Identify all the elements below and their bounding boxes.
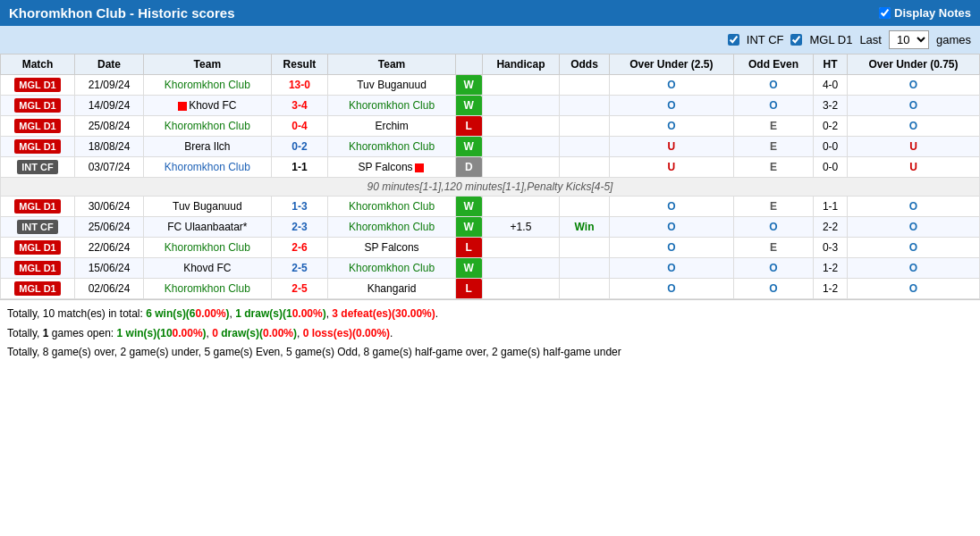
team2[interactable]: Khangarid: [328, 279, 456, 299]
ou-0-75: O: [847, 217, 979, 238]
table-row: INT CF03/07/24Khoromkhon Club1-1SP Falco…: [1, 157, 980, 178]
games-select[interactable]: 10 5 15 20: [889, 30, 929, 49]
team2[interactable]: Khoromkhon Club: [328, 137, 456, 157]
match-result[interactable]: 13-0: [271, 75, 328, 96]
footer-stats: Totally, 10 match(es) in total: 6 win(s)…: [0, 299, 980, 367]
odd-even: O: [733, 96, 813, 116]
ou-0-75: U: [847, 137, 979, 157]
ou-2-5: U: [609, 157, 733, 178]
match-date: 21/09/24: [75, 75, 144, 96]
match-date: 03/07/24: [75, 157, 144, 178]
table-row: MGL D115/06/24Khovd FC2-5Khoromkhon Club…: [1, 258, 980, 279]
team1[interactable]: Khoromkhon Club: [144, 238, 272, 258]
odd-even: O: [733, 279, 813, 299]
match-date: 14/09/24: [75, 96, 144, 116]
col-match: Match: [1, 54, 75, 75]
odd-even: E: [733, 116, 813, 137]
table-row: INT CF25/06/24FC Ulaanbaatar*2-3Khoromkh…: [1, 217, 980, 238]
match-date: 30/06/24: [75, 197, 144, 217]
match-badge: MGL D1: [1, 137, 75, 157]
match-badge: MGL D1: [1, 75, 75, 96]
handicap: [482, 258, 560, 279]
ht-score: 1-2: [814, 279, 848, 299]
match-result[interactable]: 2-6: [271, 238, 328, 258]
team1[interactable]: Khoromkhon Club: [144, 75, 272, 96]
display-notes-checkbox[interactable]: [879, 7, 891, 19]
team2[interactable]: Khoromkhon Club: [328, 197, 456, 217]
match-date: 15/06/24: [75, 258, 144, 279]
wdl-badge: L: [455, 279, 482, 299]
team2[interactable]: Khoromkhon Club: [328, 96, 456, 116]
col-team1: Team: [144, 54, 272, 75]
match-result[interactable]: 0-4: [271, 116, 328, 137]
col-odds: Odds: [560, 54, 610, 75]
mgld1-checkbox[interactable]: [790, 34, 802, 46]
match-badge: MGL D1: [1, 197, 75, 217]
ou-0-75: O: [847, 279, 979, 299]
team1[interactable]: Khoromkhon Club: [144, 279, 272, 299]
team1[interactable]: Tuv Buganuud: [144, 197, 272, 217]
display-notes-label: Display Notes: [894, 6, 971, 20]
table-row: MGL D102/06/24Khoromkhon Club2-5Khangari…: [1, 279, 980, 299]
odd-even: E: [733, 157, 813, 178]
team1[interactable]: FC Ulaanbaatar*: [144, 217, 272, 238]
ou-0-75: O: [847, 238, 979, 258]
filter-bar: INT CF MGL D1 Last 10 5 15 20 games: [0, 26, 980, 54]
team1[interactable]: Khovd FC: [144, 96, 272, 116]
last-label: Last: [859, 33, 882, 46]
ht-score: 0-2: [814, 116, 848, 137]
team2[interactable]: Tuv Buganuud: [328, 75, 456, 96]
odd-even: O: [733, 217, 813, 238]
odd-even: O: [733, 258, 813, 279]
ou-2-5: O: [609, 96, 733, 116]
odds: [560, 116, 610, 137]
ou-0-75: O: [847, 197, 979, 217]
table-row: MGL D130/06/24Tuv Buganuud1-3Khoromkhon …: [1, 197, 980, 217]
odds: [560, 197, 610, 217]
match-badge: INT CF: [1, 157, 75, 178]
ou-0-75: O: [847, 116, 979, 137]
team2[interactable]: SP Falcons: [328, 157, 456, 178]
ou-0-75: O: [847, 96, 979, 116]
odds: [560, 96, 610, 116]
odds: Win: [560, 217, 610, 238]
match-badge: MGL D1: [1, 238, 75, 258]
ou-2-5: O: [609, 238, 733, 258]
match-date: 25/08/24: [75, 116, 144, 137]
match-result[interactable]: 2-5: [271, 258, 328, 279]
col-oe: Odd Even: [733, 54, 813, 75]
team2[interactable]: Khoromkhon Club: [328, 258, 456, 279]
ou-2-5: O: [609, 279, 733, 299]
match-date: 02/06/24: [75, 279, 144, 299]
handicap: [482, 116, 560, 137]
ht-score: 2-2: [814, 217, 848, 238]
match-result[interactable]: 2-3: [271, 217, 328, 238]
odds: [560, 258, 610, 279]
match-result[interactable]: 2-5: [271, 279, 328, 299]
team2[interactable]: Erchim: [328, 116, 456, 137]
team2[interactable]: SP Falcons: [328, 238, 456, 258]
intcf-checkbox[interactable]: [728, 34, 739, 46]
stat-line-1: Totally, 1 games open: 1 win(s)(100.00%)…: [7, 324, 973, 344]
team1[interactable]: Khoromkhon Club: [144, 116, 272, 137]
handicap: [482, 279, 560, 299]
handicap: [482, 137, 560, 157]
handicap: [482, 75, 560, 96]
team1[interactable]: Khovd FC: [144, 258, 272, 279]
team2[interactable]: Khoromkhon Club: [328, 217, 456, 238]
match-result[interactable]: 0-2: [271, 137, 328, 157]
stat-line-2: Totally, 8 game(s) over, 2 game(s) under…: [7, 343, 973, 363]
team1[interactable]: Khoromkhon Club: [144, 157, 272, 178]
match-result[interactable]: 3-4: [271, 96, 328, 116]
odd-even: O: [733, 75, 813, 96]
team1[interactable]: Brera Ilch: [144, 137, 272, 157]
match-result[interactable]: 1-1: [271, 157, 328, 178]
odds: [560, 238, 610, 258]
match-result[interactable]: 1-3: [271, 197, 328, 217]
ht-score: 0-3: [814, 238, 848, 258]
table-row: MGL D121/09/24Khoromkhon Club13-0Tuv Bug…: [1, 75, 980, 96]
ht-score: 1-2: [814, 258, 848, 279]
odd-even: E: [733, 137, 813, 157]
match-badge: MGL D1: [1, 96, 75, 116]
ht-score: 0-0: [814, 137, 848, 157]
